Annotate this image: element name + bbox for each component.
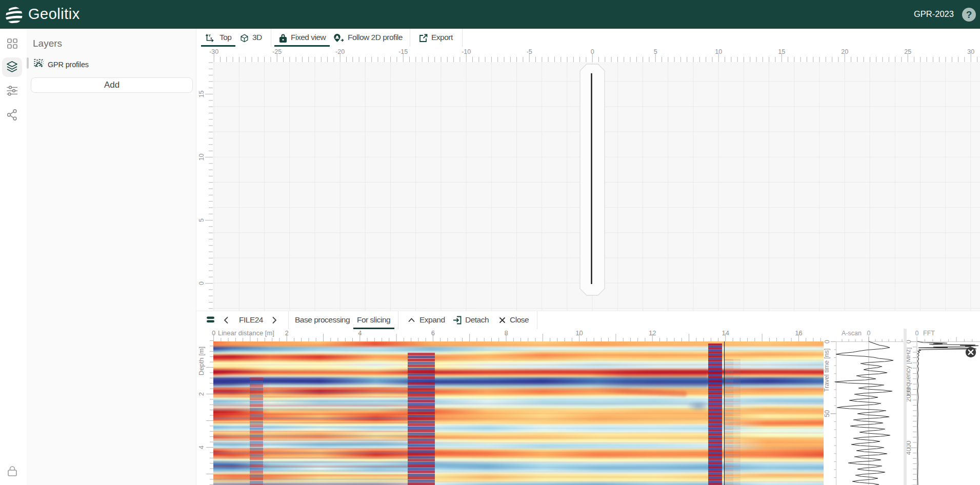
svg-text:0: 0 <box>198 281 205 285</box>
svg-text:-20: -20 <box>335 48 345 55</box>
svg-text:50: 50 <box>824 410 831 417</box>
svg-text:10: 10 <box>198 154 205 161</box>
svg-text:12: 12 <box>649 329 656 337</box>
svg-text:0: 0 <box>212 329 215 337</box>
svg-text:16: 16 <box>795 329 802 337</box>
svg-text:10: 10 <box>575 329 583 337</box>
svg-text:4: 4 <box>197 446 205 449</box>
svg-text:Travel time [ns]: Travel time [ns] <box>824 349 830 392</box>
svg-text:0: 0 <box>824 340 831 343</box>
svg-text:14: 14 <box>722 329 729 337</box>
svg-text:15: 15 <box>778 48 785 55</box>
svg-text:-30: -30 <box>209 48 218 55</box>
svg-text:4000: 4000 <box>907 440 912 455</box>
svg-text:10: 10 <box>715 48 722 55</box>
svg-text:20: 20 <box>841 48 848 55</box>
svg-text:5: 5 <box>654 48 657 55</box>
svg-text:0: 0 <box>907 340 912 343</box>
svg-text:A-scan: A-scan <box>842 330 862 337</box>
svg-text:5: 5 <box>198 218 205 222</box>
svg-text:Depth [m]: Depth [m] <box>197 347 205 375</box>
svg-text:25: 25 <box>904 48 911 55</box>
svg-text:8: 8 <box>504 329 508 337</box>
svg-text:0: 0 <box>915 330 919 337</box>
svg-text:6: 6 <box>431 329 435 337</box>
svg-text:Linear distance [m]: Linear distance [m] <box>218 329 274 337</box>
svg-text:2: 2 <box>285 329 289 337</box>
svg-text:x: x <box>210 36 212 40</box>
svg-text:0: 0 <box>591 48 594 55</box>
svg-text:2: 2 <box>197 392 205 396</box>
svg-text:15: 15 <box>198 91 205 98</box>
svg-text:-5: -5 <box>527 48 532 55</box>
svg-text:FFT: FFT <box>923 330 935 337</box>
svg-text:-25: -25 <box>272 48 282 55</box>
svg-text:-10: -10 <box>462 48 471 55</box>
svg-text:Frequency [MHz]: Frequency [MHz] <box>907 347 912 396</box>
svg-text:-15: -15 <box>398 48 408 55</box>
svg-text:0: 0 <box>867 330 871 337</box>
svg-text:4: 4 <box>358 329 362 337</box>
svg-text:30: 30 <box>967 48 974 55</box>
